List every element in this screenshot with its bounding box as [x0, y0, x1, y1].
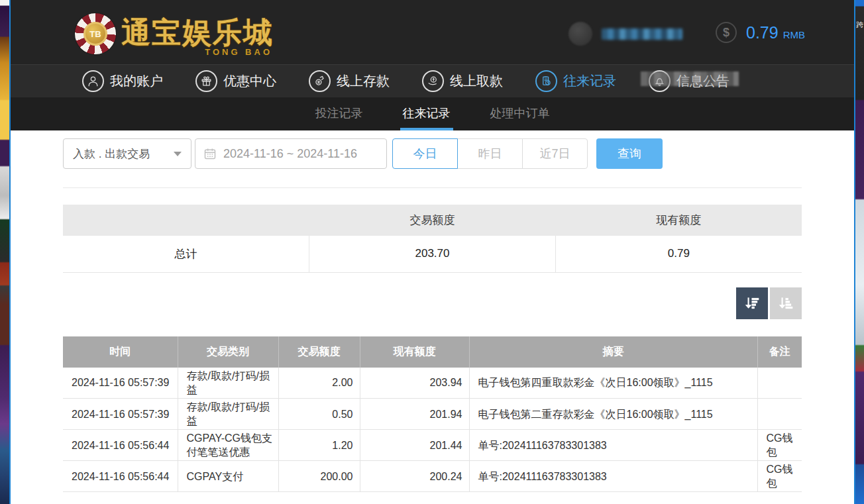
withdraw-icon — [422, 70, 444, 92]
site-header: TB 通宝娱乐城 TONG BAO $ 0.79 RMB — [11, 0, 854, 64]
today-button[interactable]: 今日 — [392, 138, 458, 169]
cell-trade-amount: 200.00 — [278, 461, 360, 492]
balance-currency: RMB — [783, 25, 805, 40]
nav-item-announcements[interactable]: 信息公告 — [649, 70, 729, 92]
content-area: 入款 . 出款交易 2024-11-16 ~ 2024-11-16 今日 昨日 … — [11, 130, 854, 504]
section-divider — [63, 187, 802, 188]
background-window-left-strip — [0, 0, 9, 504]
record-tabbar: 投注记录 往来记录 处理中订单 — [11, 97, 854, 130]
cell-trade-amount: 2.00 — [278, 368, 360, 399]
avatar — [568, 22, 592, 46]
nav-item-transaction-records[interactable]: 往来记录 — [535, 70, 616, 92]
table-row: 2024-11-16 05:57:39 存款/取款/打码/损益 2.00 203… — [63, 368, 802, 399]
site-logo[interactable]: TB 通宝娱乐城 TONG BAO — [75, 13, 274, 54]
logo-text: 通宝娱乐城 TONG BAO — [121, 13, 274, 52]
summary-header-empty — [63, 205, 309, 236]
gift-icon — [195, 70, 217, 92]
background-window-right-strip: 跨 — [855, 0, 864, 504]
calendar-icon — [203, 147, 217, 160]
records-table: 时间 交易类别 交易额度 现有额度 摘要 备注 2024-11-16 05:57… — [63, 336, 802, 493]
tab-pending-orders[interactable]: 处理中订单 — [478, 97, 562, 130]
nav-item-deposit[interactable]: 线上存款 — [309, 70, 390, 92]
col-header-summary: 摘要 — [469, 336, 757, 368]
chevron-down-icon — [174, 152, 182, 156]
sort-descending-icon — [743, 295, 761, 312]
cell-current-amount: 201.94 — [360, 399, 469, 430]
quick-range-group: 今日 昨日 近7日 — [392, 138, 588, 169]
records-header-row: 时间 交易类别 交易额度 现有额度 摘要 备注 — [63, 336, 802, 368]
chip-label: TB — [83, 22, 107, 46]
main-nav: 我的账户 优惠中心 线上存款 线上取款 — [11, 64, 854, 97]
transaction-type-value: 入款 . 出款交易 — [73, 146, 150, 162]
sort-ascending-icon — [777, 295, 794, 312]
cell-current-amount: 200.24 — [360, 461, 469, 492]
cell-time: 2024-11-16 05:57:39 — [63, 368, 178, 399]
tab-betting-records[interactable]: 投注记录 — [303, 97, 375, 130]
last7days-button[interactable]: 近7日 — [522, 138, 588, 169]
sort-descending-button[interactable] — [736, 287, 768, 319]
deposit-icon — [309, 70, 331, 92]
cell-remark — [757, 368, 802, 399]
transaction-type-select[interactable]: 入款 . 出款交易 — [63, 138, 191, 169]
cell-time: 2024-11-16 05:56:44 — [63, 461, 178, 492]
dollar-icon: $ — [716, 22, 737, 43]
cell-summary: 电子钱包第二重存款彩金《次日16:00领取》_1115 — [469, 399, 757, 430]
cell-summary: 电子钱包第四重取款彩金《次日16:00领取》_1115 — [469, 368, 757, 399]
summary-table: 交易额度 现有额度 总计 203.70 0.79 — [63, 205, 802, 273]
nav-item-promotions[interactable]: 优惠中心 — [195, 70, 276, 92]
cell-summary: 单号:202411163783301383 — [469, 430, 757, 461]
summary-header-current-amount: 现有额度 — [555, 205, 802, 236]
cell-summary: 单号:202411163783301383 — [469, 461, 757, 492]
sort-controls — [63, 287, 802, 319]
yesterday-button[interactable]: 昨日 — [457, 138, 523, 169]
nav-item-my-account[interactable]: 我的账户 — [82, 70, 163, 92]
tab-transaction-records[interactable]: 往来记录 — [391, 97, 462, 130]
summary-header-trade-amount: 交易额度 — [309, 205, 556, 236]
table-row: 2024-11-16 05:57:39 存款/取款/打码/损益 0.50 201… — [63, 399, 802, 430]
summary-total-current-amount: 0.79 — [555, 236, 802, 272]
cell-time: 2024-11-16 05:56:44 — [63, 430, 178, 461]
page: 跨 TB 通宝娱乐城 TONG BAO $ 0.79 RMB — [0, 0, 864, 504]
cell-remark: CG钱包 — [757, 461, 802, 492]
sort-ascending-button[interactable] — [770, 287, 802, 319]
col-header-time: 时间 — [63, 336, 178, 368]
summary-total-label: 总计 — [63, 236, 309, 272]
date-range-picker[interactable]: 2024-11-16 ~ 2024-11-16 — [195, 138, 387, 169]
cell-current-amount: 201.44 — [360, 430, 469, 461]
date-range-value: 2024-11-16 ~ 2024-11-16 — [223, 147, 357, 161]
cell-trade-amount: 1.20 — [278, 430, 360, 461]
col-header-trade-amount: 交易额度 — [278, 336, 360, 368]
username-blurred — [602, 28, 682, 40]
col-header-remark: 备注 — [757, 336, 802, 368]
balance-display[interactable]: $ 0.79 RMB — [716, 22, 805, 43]
table-row: 2024-11-16 05:56:44 CGPAY-CG钱包支付笔笔送优惠 1.… — [63, 430, 802, 461]
filter-bar: 入款 . 出款交易 2024-11-16 ~ 2024-11-16 今日 昨日 … — [63, 138, 802, 169]
logo-name-en: TONG BAO — [205, 47, 272, 57]
bell-icon — [649, 70, 671, 92]
cell-trade-amount: 0.50 — [278, 399, 360, 430]
summary-header-row: 交易额度 现有额度 — [63, 205, 802, 236]
main-window: TB 通宝娱乐城 TONG BAO $ 0.79 RMB — [11, 0, 854, 504]
cell-category: CGPAY支付 — [178, 461, 278, 492]
right-window-border — [854, 0, 855, 504]
background-text: 跨 — [856, 20, 863, 30]
search-button[interactable]: 查询 — [596, 138, 663, 169]
table-row: 2024-11-16 05:56:44 CGPAY支付 200.00 200.2… — [63, 461, 802, 492]
cell-category: 存款/取款/打码/损益 — [178, 399, 278, 430]
cell-category: 存款/取款/打码/损益 — [178, 368, 278, 399]
cell-category: CGPAY-CG钱包支付笔笔送优惠 — [178, 430, 278, 461]
casino-chip-icon: TB — [75, 13, 116, 54]
summary-total-trade-amount: 203.70 — [309, 236, 556, 272]
summary-total-row: 总计 203.70 0.79 — [63, 236, 802, 272]
col-header-category: 交易类别 — [178, 336, 278, 368]
cell-remark — [757, 399, 802, 430]
cell-current-amount: 203.94 — [360, 368, 469, 399]
balance-amount: 0.79 — [746, 23, 779, 42]
logo-name-cn: 通宝娱乐城 — [121, 13, 274, 52]
col-header-current-amount: 现有额度 — [360, 336, 469, 368]
user-icon — [82, 70, 104, 92]
records-icon — [535, 70, 557, 92]
cell-time: 2024-11-16 05:57:39 — [63, 399, 178, 430]
user-info[interactable] — [568, 22, 682, 46]
nav-item-withdraw[interactable]: 线上取款 — [422, 70, 503, 92]
